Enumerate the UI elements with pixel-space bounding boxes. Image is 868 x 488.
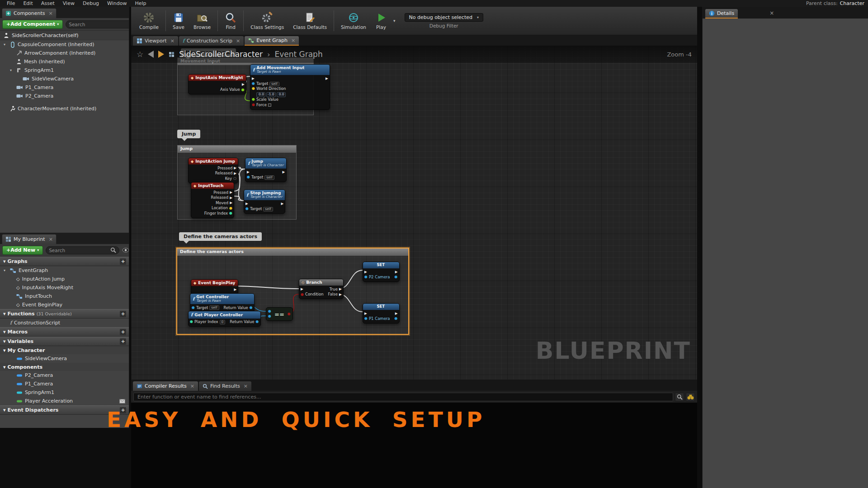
exec-pin[interactable]: ▶ bbox=[326, 76, 328, 81]
exec-pin-icon[interactable]: ▶ bbox=[339, 293, 342, 296]
component-row-sideviewcamera[interactable]: SideViewCamera bbox=[0, 75, 129, 83]
section-header-macros[interactable]: ▾Macros+ bbox=[0, 327, 129, 337]
nav-forward-icon[interactable] bbox=[158, 51, 164, 58]
location-pin[interactable]: Location● bbox=[212, 206, 232, 211]
favorite-star-icon[interactable]: ☆ bbox=[137, 50, 143, 59]
node-inputaction-jump[interactable]: ◆InputAction JumpPressed▶Released▶Key○ bbox=[188, 158, 238, 183]
exec-pin-icon[interactable]: ▶ bbox=[364, 270, 367, 274]
blueprint-row-inputtouch[interactable]: InputTouch bbox=[0, 292, 129, 300]
p2-camera-pin[interactable]: ●P2 Camera bbox=[364, 275, 390, 280]
section-header-functions[interactable]: ▾Functions(31 Overridable)+ bbox=[0, 309, 129, 319]
component-row-capsulecomponent-inherited[interactable]: ▾CapsuleComponent (Inherited) bbox=[0, 40, 129, 49]
key-pin[interactable]: Key○ bbox=[225, 176, 236, 181]
float-pin-icon[interactable]: ● bbox=[241, 88, 245, 92]
my-blueprint-tab-close-icon[interactable]: × bbox=[49, 236, 53, 242]
obj-pin-icon[interactable]: ● bbox=[395, 275, 398, 279]
exec-pin-icon[interactable]: ▶ bbox=[301, 287, 303, 291]
blueprint-row-event-beginplay[interactable]: ◇Event BeginPlay bbox=[0, 300, 129, 309]
bool-pin-icon[interactable]: ● bbox=[301, 293, 304, 297]
components-tab[interactable]: Components × bbox=[2, 8, 57, 18]
blueprint-row-p1-camera[interactable]: P1_Camera bbox=[0, 380, 129, 388]
force-pin[interactable]: ●Force bbox=[252, 103, 321, 108]
target-pin[interactable]: ●Targetself bbox=[192, 305, 219, 310]
add-variables-icon[interactable]: + bbox=[120, 338, 126, 345]
expander-icon[interactable]: ▾ bbox=[4, 268, 8, 272]
exec-pin[interactable]: ▶ bbox=[242, 82, 245, 87]
false-pin[interactable]: False▶ bbox=[328, 292, 342, 297]
vector-value-field[interactable]: -1.0 bbox=[266, 92, 276, 97]
nav-back-icon[interactable] bbox=[148, 51, 154, 58]
int-pin-icon[interactable]: ● bbox=[229, 211, 232, 216]
obj-pin-icon[interactable]: ● bbox=[250, 306, 253, 310]
node-equals[interactable]: ●●==● bbox=[266, 307, 293, 321]
obj-pin[interactable]: ● bbox=[268, 309, 271, 314]
subheader-my-character[interactable]: ▾My Character bbox=[0, 346, 129, 354]
bool-pin-icon[interactable]: ● bbox=[252, 103, 255, 107]
blueprint-row-inputaction-jump[interactable]: ◇InputAction Jump bbox=[0, 275, 129, 283]
menu-help[interactable]: Help bbox=[131, 0, 150, 7]
my-blueprint-tab[interactable]: My Blueprint × bbox=[2, 234, 57, 244]
exec-pin-icon[interactable]: ▶ bbox=[281, 202, 284, 206]
axis-value-pin[interactable]: Axis Value● bbox=[220, 88, 245, 93]
add-functions-icon[interactable]: + bbox=[120, 311, 126, 317]
exec-pin-icon[interactable]: ▶ bbox=[395, 270, 398, 274]
tab-close-icon[interactable]: × bbox=[170, 38, 175, 44]
player-index-pin[interactable]: ●Player Index0 bbox=[190, 320, 225, 325]
components-root-item[interactable]: SideScrollerCharacter(self) bbox=[0, 31, 129, 40]
exec-pin[interactable]: ▶ bbox=[245, 202, 273, 206]
component-row-p1-camera[interactable]: P1_Camera bbox=[0, 83, 129, 92]
obj-pin-icon[interactable]: ● bbox=[395, 317, 398, 321]
exec-pin-icon[interactable]: ▶ bbox=[230, 191, 232, 194]
checkbox-icon[interactable] bbox=[268, 103, 271, 107]
components-tab-close-icon[interactable]: × bbox=[49, 10, 53, 16]
tab-close-icon[interactable]: × bbox=[236, 38, 240, 44]
exec-pin-icon[interactable]: ▶ bbox=[326, 77, 328, 80]
tab-construction-scrip[interactable]: fConstruction Scrip× bbox=[179, 36, 244, 46]
tab-close-icon[interactable]: × bbox=[244, 383, 248, 389]
bool-pin-icon[interactable]: ● bbox=[288, 312, 291, 316]
debug-object-select[interactable]: No debug object selected▾ bbox=[405, 13, 483, 22]
true-pin[interactable]: True▶ bbox=[330, 287, 342, 292]
exec-pin[interactable]: ▶ bbox=[252, 76, 321, 81]
envelope-icon[interactable] bbox=[119, 399, 125, 404]
components-search-input[interactable] bbox=[69, 22, 128, 27]
menu-view[interactable]: View bbox=[59, 0, 79, 7]
add-graphs-icon[interactable]: + bbox=[120, 258, 126, 265]
pin-default-value[interactable]: self bbox=[269, 82, 279, 86]
exec-pin-icon[interactable]: ▶ bbox=[230, 201, 232, 205]
menu-edit[interactable]: Edit bbox=[19, 0, 37, 7]
condition-pin[interactable]: ●Condition bbox=[301, 292, 324, 297]
exec-pin[interactable]: ▶ bbox=[234, 287, 237, 292]
blueprint-row-springarm1[interactable]: SpringArm1 bbox=[0, 388, 129, 397]
exec-pin[interactable]: ▶ bbox=[395, 270, 398, 275]
components-search[interactable] bbox=[66, 20, 129, 28]
key-pin-icon[interactable]: ○ bbox=[233, 177, 236, 181]
toolbar-button-play[interactable]: Play bbox=[371, 10, 392, 31]
obj-pin-icon[interactable]: ● bbox=[364, 317, 368, 321]
node-add-movement-input[interactable]: fAdd Movement InputTarget is Pawn▶●Targe… bbox=[250, 64, 330, 110]
expander-icon[interactable]: ▾ bbox=[10, 68, 14, 72]
expander-icon[interactable]: ▾ bbox=[4, 42, 8, 47]
node-set-p1-camera[interactable]: SET▶●P1 Camera▶● bbox=[363, 303, 400, 324]
obj-pin-icon[interactable]: ● bbox=[245, 207, 249, 211]
obj-pin[interactable]: ● bbox=[395, 316, 398, 321]
obj-pin-icon[interactable]: ● bbox=[256, 320, 259, 324]
add-macros-icon[interactable]: + bbox=[120, 329, 126, 335]
node-stop-jumping[interactable]: fStop JumpingTarget is Character▶●Target… bbox=[244, 189, 285, 214]
exec-pin-icon[interactable]: ▶ bbox=[230, 196, 232, 200]
pin-default-value[interactable]: self bbox=[263, 207, 273, 211]
pin-default-value[interactable]: self bbox=[264, 175, 274, 180]
node-get-player-controller[interactable]: fGet Player Controller●Player Index0Retu… bbox=[188, 311, 261, 327]
exec-pin[interactable]: ▶ bbox=[364, 311, 390, 316]
section-header-variables[interactable]: ▾Variables+ bbox=[0, 337, 129, 346]
return-value-pin[interactable]: Return Value● bbox=[224, 305, 253, 310]
node-get-controller[interactable]: fGet ControllerTarget is Pawn●Targetself… bbox=[190, 293, 255, 312]
pressed-pin[interactable]: Pressed▶ bbox=[217, 166, 236, 171]
component-row-arrowcomponent-inherited[interactable]: ArrowComponent (Inherited) bbox=[0, 49, 129, 57]
blueprint-row-constructionscript[interactable]: fConstructionScript bbox=[0, 319, 129, 327]
vector-value-field[interactable]: 0.0 bbox=[277, 92, 286, 97]
world-direction-pin[interactable]: ●World Direction0.0-1.00.0 bbox=[252, 87, 321, 97]
toolbar-button-simulation[interactable]: Simulation bbox=[336, 10, 371, 31]
component-row-charactermovement-inherited[interactable]: CharacterMovement (Inherited) bbox=[0, 104, 129, 113]
return-value-pin[interactable]: Return Value● bbox=[230, 320, 259, 325]
